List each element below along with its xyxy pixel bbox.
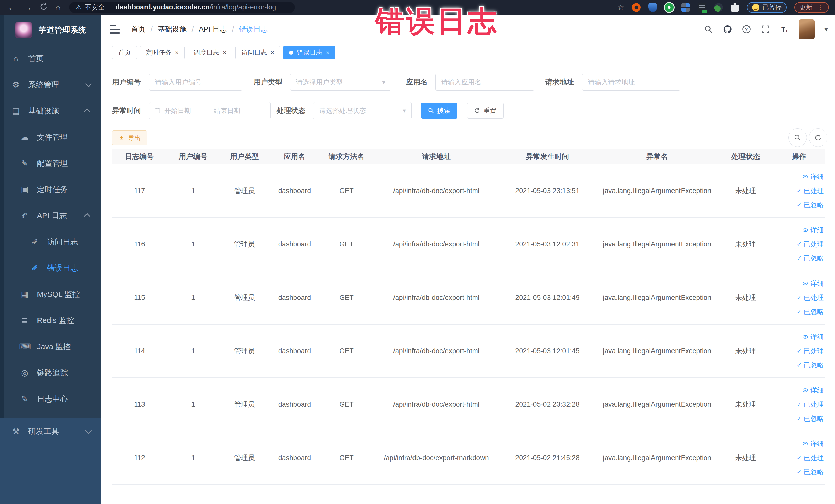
- bookmark-star-icon[interactable]: ☆: [617, 3, 624, 12]
- export-button[interactable]: 导出: [112, 130, 147, 145]
- mark-processed-link[interactable]: ✓已处理: [796, 293, 824, 302]
- detail-link[interactable]: 详细: [802, 172, 824, 181]
- kebab-menu-icon[interactable]: ⋮: [817, 3, 824, 11]
- home-icon[interactable]: ⌂: [56, 3, 60, 12]
- mark-ignored-link[interactable]: ✓已忽略: [796, 307, 824, 316]
- toggle-search-button[interactable]: [788, 128, 807, 147]
- fullscreen-icon[interactable]: [761, 25, 770, 34]
- mark-ignored-link[interactable]: ✓已忽略: [796, 361, 824, 370]
- app-name-input[interactable]: [435, 74, 534, 90]
- sidebar-item-home[interactable]: ⌂首页: [0, 45, 101, 72]
- app-name-label: 应用名: [406, 77, 428, 87]
- back-icon[interactable]: ←: [8, 3, 16, 12]
- sidebar-item-java-monitor[interactable]: ⌨Java 监控: [0, 334, 101, 360]
- sidebar-item-file-management[interactable]: ☁文件管理: [0, 124, 101, 150]
- tab-home[interactable]: 首页: [112, 46, 137, 59]
- detail-link[interactable]: 详细: [802, 226, 824, 235]
- not-secure-label[interactable]: 不安全: [85, 3, 105, 12]
- refresh-table-button[interactable]: [809, 128, 827, 147]
- reload-icon[interactable]: [40, 3, 48, 12]
- breadcrumb-item[interactable]: 首页: [131, 24, 145, 34]
- sidebar-item-log-center[interactable]: ✎日志中心: [0, 386, 101, 412]
- table-header-row: 日志编号用户编号用户类型应用名请求方法名请求地址异常发生时间异常名处理状态操作: [112, 149, 825, 164]
- sidebar-item-api-log[interactable]: ✐API 日志: [0, 203, 101, 229]
- address-bar[interactable]: ⚠ 不安全 dashboard.yudao.iocoder.cn /infra/…: [69, 2, 295, 13]
- detail-link[interactable]: 详细: [802, 332, 824, 341]
- sidebar-item-config-management[interactable]: ✎配置管理: [0, 150, 101, 176]
- tab-schedule-log[interactable]: 调度日志×: [188, 46, 232, 59]
- font-size-icon[interactable]: TT: [780, 25, 789, 34]
- check-icon: ✓: [796, 255, 802, 262]
- detail-link[interactable]: 详细: [802, 439, 824, 448]
- sidebar-item-system-admin[interactable]: ⚙系统管理: [0, 72, 101, 98]
- detail-link[interactable]: 详细: [802, 386, 824, 395]
- config-management-icon: ✎: [19, 158, 30, 168]
- close-icon[interactable]: ×: [326, 49, 330, 56]
- github-icon[interactable]: [723, 25, 732, 34]
- tab-error-log[interactable]: 错误日志×: [283, 46, 335, 59]
- close-icon[interactable]: ×: [223, 49, 226, 56]
- paused-extension-badge[interactable]: 已暂停: [747, 2, 787, 13]
- help-icon[interactable]: ?: [742, 25, 751, 34]
- sidebar-item-error-log[interactable]: ✐错误日志: [0, 255, 101, 281]
- error-log-table: 日志编号用户编号用户类型应用名请求方法名请求地址异常发生时间异常名处理状态操作 …: [112, 149, 825, 485]
- update-browser-badge[interactable]: 更新 ⋮: [794, 2, 829, 13]
- request-url-input[interactable]: [582, 74, 680, 90]
- shield-extension-icon[interactable]: [648, 3, 657, 12]
- mark-processed-link[interactable]: ✓已处理: [796, 453, 824, 462]
- sidebar-item-label: 访问日志: [47, 237, 78, 247]
- user-type-label: 用户类型: [253, 77, 282, 87]
- avatar-caret-icon[interactable]: ▾: [824, 25, 828, 33]
- close-icon[interactable]: ×: [175, 49, 179, 56]
- breadcrumb-item[interactable]: API 日志: [199, 24, 227, 34]
- breadcrumb-item[interactable]: 基础设施: [158, 24, 187, 34]
- collapse-sidebar-icon[interactable]: [109, 25, 120, 34]
- app-title: 芋道管理系统: [39, 25, 86, 36]
- sidebar-item-trace[interactable]: ◎链路追踪: [0, 360, 101, 386]
- detail-link[interactable]: 详细: [802, 279, 824, 288]
- filter-row-1: 用户编号 用户类型 请选择用户类型 ▾ 应用名 请求地址: [101, 74, 680, 90]
- mark-ignored-link[interactable]: ✓已忽略: [796, 254, 824, 263]
- sprout-extension-icon[interactable]: [714, 3, 723, 12]
- url-path: /infra/log/api-error-log: [210, 3, 276, 11]
- process-status-select[interactable]: 请选择处理状态 ▾: [313, 102, 412, 119]
- mark-processed-link[interactable]: ✓已处理: [796, 400, 824, 409]
- check-icon: ✓: [796, 187, 802, 194]
- switch-extension-icon[interactable]: [698, 3, 707, 12]
- search-icon[interactable]: [704, 25, 713, 34]
- mark-processed-link[interactable]: ✓已处理: [796, 240, 824, 249]
- sidebar-item-scheduled-tasks[interactable]: ▣定时任务: [0, 176, 101, 203]
- user-avatar[interactable]: [799, 19, 815, 39]
- mark-ignored-link[interactable]: ✓已忽略: [796, 467, 824, 477]
- sidebar-item-redis-monitor[interactable]: ≣Redis 监控: [0, 307, 101, 334]
- forward-icon[interactable]: →: [24, 3, 32, 12]
- grid-extension-icon[interactable]: [681, 3, 690, 12]
- cell-request-url: /api/infra/db-doc/export-markdown: [373, 431, 499, 484]
- user-type-select[interactable]: 请选择用户类型 ▾: [290, 74, 391, 90]
- search-button[interactable]: 搜索: [421, 103, 457, 119]
- mark-ignored-link[interactable]: ✓已忽略: [796, 201, 824, 209]
- calendar-icon: [154, 107, 161, 114]
- close-icon[interactable]: ×: [270, 49, 274, 56]
- cell-process-status: 未处理: [719, 271, 773, 324]
- sidebar-item-label: 链路追踪: [37, 368, 68, 378]
- reset-button[interactable]: 重置: [467, 103, 504, 119]
- app-logo-row[interactable]: 芋道管理系统: [0, 15, 101, 45]
- puzzle-extension-icon[interactable]: [731, 3, 739, 12]
- mark-processed-link[interactable]: ✓已处理: [796, 347, 824, 356]
- sidebar-item-infrastructure[interactable]: ▤基础设施: [0, 98, 101, 124]
- sidebar-item-label: 日志中心: [37, 394, 68, 404]
- green-extension-icon[interactable]: [665, 3, 674, 12]
- sidebar-item-mysql-monitor[interactable]: ▦MySQL 监控: [0, 281, 101, 307]
- check-icon: ✓: [796, 241, 802, 248]
- mark-ignored-link[interactable]: ✓已忽略: [796, 414, 824, 423]
- tab-scheduled-tasks[interactable]: 定时任务×: [140, 46, 185, 59]
- exception-time-range-picker[interactable]: 开始日期 - 结束日期: [149, 102, 270, 119]
- sidebar-item-access-log[interactable]: ✐访问日志: [0, 229, 101, 255]
- user-id-input[interactable]: [149, 74, 242, 90]
- orange-extension-icon[interactable]: [632, 3, 641, 12]
- sidebar-item-dev-tools[interactable]: ⚒研发工具: [0, 418, 101, 444]
- tab-access-log[interactable]: 访问日志×: [236, 46, 280, 59]
- mark-processed-link[interactable]: ✓已处理: [796, 186, 824, 195]
- cell-request-url: /api/infra/db-doc/export-html: [373, 324, 499, 378]
